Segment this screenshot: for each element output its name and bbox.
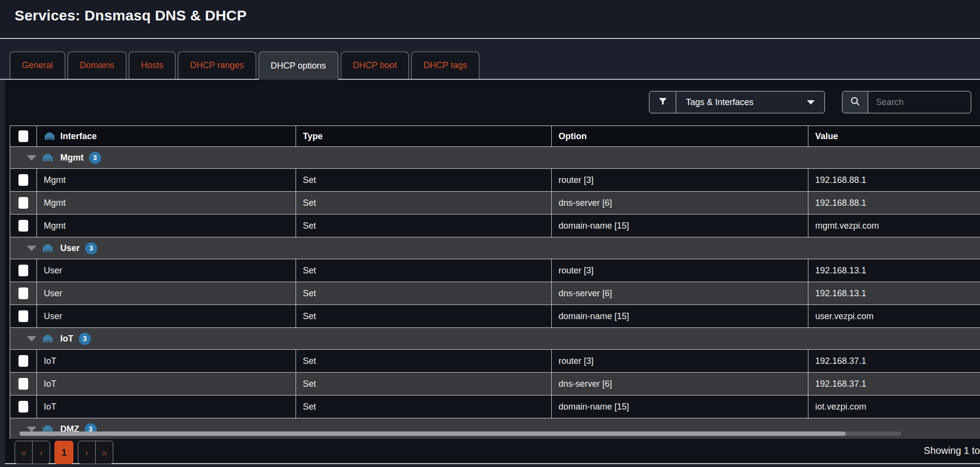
- first-page-button[interactable]: «: [15, 441, 33, 464]
- page-title: Services: Dnsmasq DNS & DHCP: [15, 7, 246, 24]
- group-name: Mgmt: [60, 153, 84, 163]
- row-checkbox[interactable]: [18, 197, 28, 209]
- cell-value: 192.168.88.1: [808, 192, 980, 214]
- table-header-row: Interface Type Option Value: [10, 126, 980, 147]
- pagination-status: Showing 1 to: [924, 445, 980, 456]
- cell-value: 192.168.13.1: [808, 259, 980, 282]
- filter-dropdown[interactable]: Tags & Interfaces: [676, 91, 824, 113]
- row-checkbox-cell: [10, 215, 37, 237]
- select-all-checkbox[interactable]: [18, 130, 28, 142]
- table-row: UserSetdomain-name [15]user.vezpi.com: [10, 305, 980, 328]
- page-1-button[interactable]: 1: [54, 441, 73, 464]
- filter-button[interactable]: [649, 91, 676, 113]
- cell-interface: Mgmt: [37, 192, 296, 214]
- row-checkbox[interactable]: [18, 287, 28, 299]
- cell-option: domain-name [15]: [552, 305, 808, 327]
- tab-hosts[interactable]: Hosts: [129, 52, 175, 79]
- tab-bar-container: GeneralDomainsHostsDHCP rangesDHCP optio…: [0, 39, 980, 80]
- header-checkbox-cell: [10, 126, 37, 146]
- filter-group: Tags & Interfaces: [649, 91, 825, 113]
- ethernet-icon: [42, 334, 53, 343]
- pagination: «‹1›»: [15, 441, 113, 464]
- cell-interface: IoT: [37, 373, 296, 395]
- cell-value: iot.vezpi.com: [808, 395, 980, 418]
- row-checkbox[interactable]: [18, 220, 28, 232]
- cell-interface: IoT: [37, 350, 296, 372]
- tab-dhcp-boot[interactable]: DHCP boot: [341, 52, 409, 79]
- row-checkbox[interactable]: [18, 265, 28, 276]
- horizontal-scrollbar-track[interactable]: [19, 431, 901, 436]
- horizontal-scrollbar-thumb[interactable]: [19, 431, 846, 436]
- row-checkbox-cell: [10, 259, 37, 282]
- row-checkbox-cell: [10, 373, 37, 395]
- column-header-value[interactable]: Value: [808, 126, 980, 146]
- next-page-button[interactable]: ›: [78, 441, 96, 464]
- funnel-icon: [658, 96, 668, 108]
- cell-type: Set: [296, 259, 552, 282]
- cell-interface: User: [37, 305, 296, 327]
- column-header-option[interactable]: Option: [552, 126, 808, 146]
- cell-option: router [3]: [552, 350, 808, 372]
- dhcp-options-table: Interface Type Option Value Mgmt3MgmtSet…: [10, 126, 980, 439]
- column-header-type[interactable]: Type: [296, 126, 552, 146]
- tab-bar: GeneralDomainsHostsDHCP rangesDHCP optio…: [10, 52, 479, 79]
- count-badge: 3: [79, 333, 91, 345]
- search-input[interactable]: [868, 91, 971, 113]
- row-checkbox-cell: [10, 350, 37, 372]
- caret-down-icon[interactable]: [27, 246, 36, 251]
- cell-option: domain-name [15]: [552, 395, 808, 418]
- row-checkbox-cell: [10, 305, 37, 327]
- cell-interface: User: [37, 259, 296, 282]
- group-row-iot[interactable]: IoT3: [10, 328, 980, 350]
- row-checkbox[interactable]: [18, 401, 28, 413]
- tab-dhcp-options[interactable]: DHCP options: [259, 52, 338, 80]
- cell-value: 192.168.37.1: [808, 373, 980, 395]
- tab-dhcp-tags[interactable]: DHCP tags: [411, 52, 479, 79]
- search-button[interactable]: [842, 91, 868, 113]
- ethernet-icon: [44, 131, 55, 141]
- cell-option: dns-server [6]: [552, 373, 808, 395]
- table-row: MgmtSetrouter [3]192.168.88.1: [10, 169, 980, 192]
- cell-type: Set: [296, 305, 552, 327]
- row-checkbox[interactable]: [18, 310, 28, 322]
- row-checkbox[interactable]: [18, 174, 28, 186]
- cell-value: user.vezpi.com: [808, 305, 980, 327]
- row-checkbox-cell: [10, 192, 37, 214]
- group-name: User: [60, 243, 80, 253]
- cell-type: Set: [296, 215, 552, 237]
- tab-domains[interactable]: Domains: [68, 52, 126, 79]
- tab-general[interactable]: General: [10, 52, 65, 79]
- cell-option: domain-name [15]: [552, 215, 808, 237]
- table-row: IoTSetdomain-name [15]iot.vezpi.com: [10, 395, 980, 418]
- group-row-user[interactable]: User3: [10, 237, 980, 259]
- row-checkbox-cell: [10, 169, 37, 191]
- cell-interface: Mgmt: [37, 169, 296, 191]
- table-row: MgmtSetdns-server [6]192.168.88.1: [10, 192, 980, 215]
- count-badge: 3: [85, 242, 97, 254]
- cell-interface: Mgmt: [37, 215, 296, 237]
- cell-option: router [3]: [552, 259, 808, 282]
- ethernet-icon: [42, 153, 53, 162]
- cell-interface: IoT: [37, 395, 296, 418]
- cell-value: 192.168.88.1: [808, 169, 980, 191]
- last-page-button[interactable]: »: [95, 441, 113, 464]
- caret-down-icon[interactable]: [27, 336, 36, 341]
- row-checkbox[interactable]: [18, 355, 28, 367]
- cell-option: dns-server [6]: [552, 192, 808, 214]
- row-checkbox-cell: [10, 282, 37, 305]
- row-checkbox[interactable]: [18, 378, 28, 390]
- filter-dropdown-label: Tags & Interfaces: [686, 97, 753, 108]
- group-row-mgmt[interactable]: Mgmt3: [10, 147, 980, 169]
- count-badge: 3: [89, 152, 101, 164]
- cell-type: Set: [296, 373, 552, 395]
- cell-type: Set: [296, 282, 552, 305]
- tab-dhcp-ranges[interactable]: DHCP ranges: [178, 52, 256, 79]
- caret-down-icon[interactable]: [27, 155, 36, 161]
- column-header-interface[interactable]: Interface: [37, 126, 296, 146]
- previous-page-button[interactable]: ‹: [32, 441, 50, 464]
- cell-value: 192.168.13.1: [808, 282, 980, 305]
- cell-interface: User: [37, 282, 296, 305]
- caret-down-icon[interactable]: [27, 427, 36, 432]
- table-row: IoTSetdns-server [6]192.168.37.1: [10, 373, 980, 395]
- cell-value: 192.168.37.1: [808, 350, 980, 372]
